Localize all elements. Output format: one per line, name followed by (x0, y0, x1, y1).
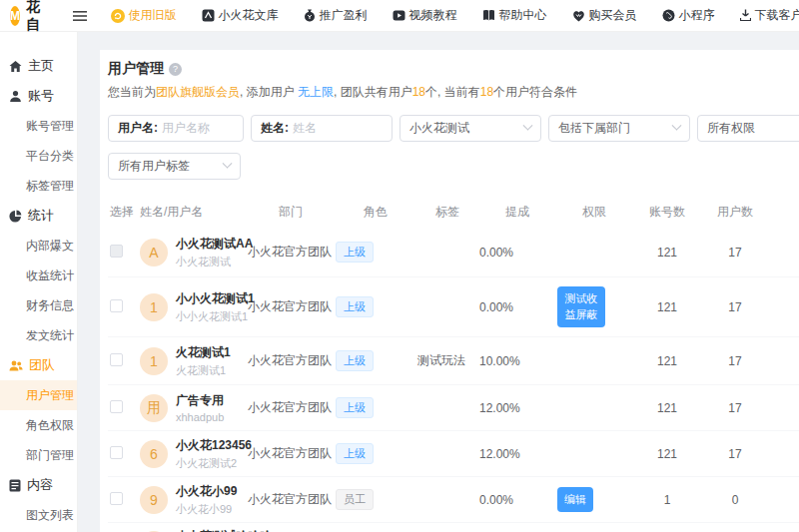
sidebar-item-financial-info[interactable]: 财务信息 (0, 290, 77, 320)
sidebar-item-accounts[interactable]: 账号 (0, 81, 77, 111)
chevron-down-icon (523, 121, 533, 131)
home-icon (9, 60, 22, 73)
row-checkbox[interactable] (110, 353, 123, 366)
accounts-cell: 121 (631, 447, 701, 461)
permission-button[interactable]: 测试收益屏蔽 (557, 286, 605, 327)
accounts-cell: 1 (631, 493, 701, 507)
accounts-cell: 121 (631, 401, 701, 415)
commission-cell: 10.00% (477, 354, 555, 368)
membership-summary: 您当前为团队旗舰版会员, 添加用户 无上限, 团队共有用户18个, 当前有18个… (108, 84, 799, 101)
sidebar-item-tag-management[interactable]: 标签管理 (0, 171, 77, 201)
username-field[interactable]: 用户名: 用户名称 (108, 115, 244, 142)
sidebar-item-home[interactable]: 主页 (0, 51, 77, 81)
vip-icon (572, 10, 585, 22)
refresh-circle-icon (111, 9, 125, 23)
avatar: 6 (140, 440, 168, 468)
user-tag-select[interactable]: 所有用户标签 (108, 153, 241, 180)
table-row: A 小火花测试AA 小火花测试 小火花官方团队 上级 0.00% 121 17 (108, 228, 799, 277)
filter-row-1: 用户名: 用户名称 姓名: 姓名 小火花测试 包括下属部门 所有权限 (108, 115, 799, 142)
avatar: A (140, 239, 168, 266)
user-subname: 小火花测试2 (176, 456, 246, 471)
nav-item-buy-membership[interactable]: 购买会员 (572, 7, 637, 24)
commission-cell: 12.00% (477, 401, 555, 415)
commission-cell: 0.00% (477, 493, 555, 507)
nav-item-mini-program[interactable]: 小程序 (662, 7, 715, 24)
row-checkbox[interactable] (110, 299, 123, 312)
include-sub-department-select[interactable]: 包括下属部门 (548, 115, 690, 142)
dept-cell: 小火花官方团队 (246, 352, 334, 369)
nav-item-download-client[interactable]: 下载客户端 (740, 7, 799, 24)
row-checkbox[interactable] (110, 492, 123, 505)
table-row: 用 广告专用 xhhadpub 小火花官方团队 上级 12.00% 121 17 (108, 385, 799, 431)
dept-cell: 小火花官方团队 (246, 244, 334, 261)
sidebar-item-team[interactable]: 团队 (0, 350, 77, 380)
table-row: 6 小火花123456 小火花测试2 小火花官方团队 上级 12.00% 121… (108, 431, 799, 477)
user-name: 小火花123456 (176, 437, 246, 454)
sidebar-item-platform-category[interactable]: 平台分类 (0, 141, 77, 171)
top-navbar: M 小火花自媒体 使用旧版 小火花文库 (0, 0, 799, 32)
user-subname: 小火花小99 (176, 502, 237, 517)
content-icon (9, 479, 21, 492)
name-placeholder: 姓名 (293, 120, 317, 137)
permission-cell: 测试收益屏蔽 (555, 286, 631, 327)
download-icon (740, 9, 751, 22)
avatar: 1 (140, 293, 168, 321)
users-cell: 17 (701, 246, 767, 260)
menu-toggle-button[interactable] (73, 10, 87, 22)
dept-cell: 小火花官方团队 (246, 298, 334, 315)
sidebar-item-revenue-statistics[interactable]: 收益统计 (0, 261, 77, 290)
app-logo-icon: M (10, 6, 20, 26)
miniprogram-icon (662, 9, 675, 22)
nav-item-old-version[interactable]: 使用旧版 (111, 7, 177, 24)
user-name: 小小火花测试1 (176, 290, 246, 307)
sidebar-item-user-management[interactable]: 用户管理 (0, 380, 77, 410)
help-icon[interactable]: ? (169, 63, 182, 76)
avatar: 用 (140, 394, 168, 422)
role-badge: 上级 (336, 242, 374, 263)
sidebar-item-post-statistics[interactable]: 发文统计 (0, 320, 77, 350)
sidebar-item-content[interactable]: 内容 (0, 470, 77, 500)
row-checkbox[interactable] (110, 245, 123, 258)
sidebar-item-article-list[interactable]: 图文列表 (0, 500, 77, 530)
avatar: 1 (140, 347, 168, 375)
nav-item-library[interactable]: 小火花文库 (202, 7, 279, 24)
user-subname: 小小火花测试1 (176, 309, 246, 324)
user-icon (9, 90, 22, 103)
user-name: 小火花测试哈哈哈 (176, 528, 246, 532)
nav-item-video-tutorial[interactable]: 视频教程 (393, 7, 457, 24)
row-checkbox[interactable] (110, 400, 123, 413)
user-name: 小火花小99 (176, 483, 237, 500)
user-name: 小火花测试AA (176, 236, 246, 253)
role-badge: 上级 (336, 296, 374, 317)
pie-chart-icon (9, 210, 22, 223)
commission-cell: 0.00% (477, 246, 555, 260)
user-subname: xhhadpub (176, 411, 224, 423)
sidebar-item-statistics[interactable]: 统计 (0, 201, 77, 231)
video-icon (393, 9, 405, 22)
dept-cell: 小火花官方团队 (246, 399, 334, 416)
table-row: 9 小火花小99 小火花小99 小火花官方团队 员工 0.00% 编辑 1 0 (108, 477, 799, 523)
row-checkbox[interactable] (110, 446, 123, 459)
nav-item-help-center[interactable]: 帮助中心 (482, 7, 547, 24)
users-cell: 17 (701, 354, 767, 368)
navbar-items: 使用旧版 小火花文库 推广盈利 视频教程 (111, 7, 799, 24)
sidebar-item-account-management[interactable]: 账号管理 (0, 111, 77, 141)
nav-item-promotion[interactable]: 推广盈利 (304, 7, 368, 24)
avatar: 9 (140, 486, 168, 514)
permission-select[interactable]: 所有权限 (697, 115, 799, 142)
sidebar-item-role-permissions[interactable]: 角色权限 (0, 410, 77, 440)
accounts-cell: 121 (631, 246, 701, 260)
name-field[interactable]: 姓名: 姓名 (251, 115, 393, 142)
user-management-card: 用户管理 ? 您当前为团队旗舰版会员, 添加用户 无上限, 团队共有用户18个,… (100, 50, 799, 532)
role-badge: 上级 (336, 397, 374, 418)
sidebar-item-department-management[interactable]: 部门管理 (0, 440, 77, 470)
sidebar-item-internal-hot-articles[interactable]: 内部爆文 (0, 231, 77, 261)
role-badge: 上级 (336, 350, 374, 371)
accounts-cell: 121 (631, 354, 701, 368)
department-select[interactable]: 小火花测试 (400, 115, 541, 142)
help-book-icon (482, 9, 495, 22)
filter-row-2: 所有用户标签 (108, 153, 799, 180)
user-name: 火花测试1 (176, 344, 231, 361)
edit-button[interactable]: 编辑 (557, 487, 593, 512)
tag-cell: 测试玩法 (415, 352, 477, 369)
